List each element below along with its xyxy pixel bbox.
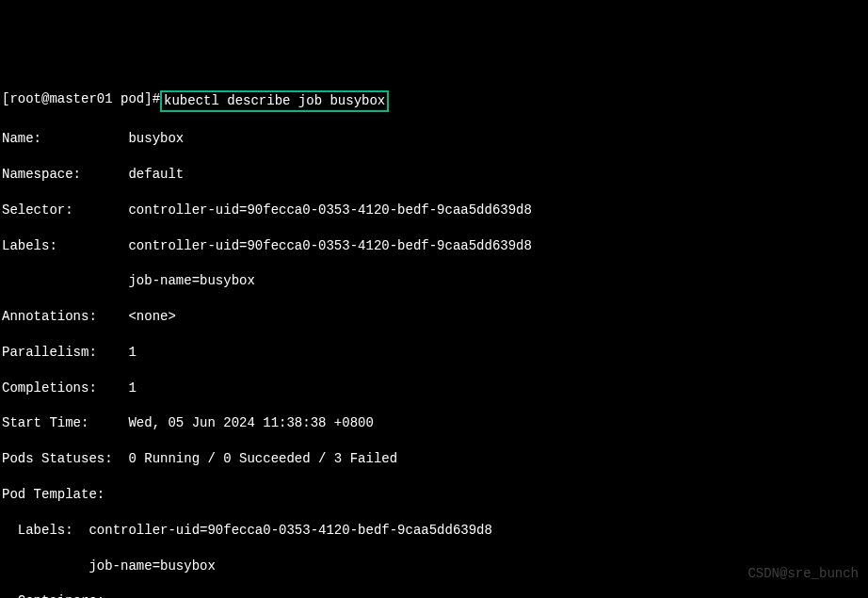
- field-selector: Selector: controller-uid=90fecca0-0353-4…: [2, 202, 866, 219]
- field-namespace: Namespace: default: [2, 166, 866, 184]
- shell-prompt: [root@master01 pod]#: [2, 90, 160, 108]
- field-starttime: Start Time: Wed, 05 Jun 2024 11:38:38 +0…: [2, 414, 866, 432]
- field-completions: Completions: 1: [2, 380, 866, 397]
- containers-label: Containers:: [2, 592, 866, 598]
- field-labels-2: job-name=busybox: [2, 272, 866, 290]
- pt-labels-2: job-name=busybox: [2, 558, 866, 575]
- field-podtemplate: Pod Template:: [2, 486, 866, 504]
- field-podsstatuses: Pods Statuses: 0 Running / 0 Succeeded /…: [2, 450, 866, 468]
- pt-labels: Labels: controller-uid=90fecca0-0353-412…: [2, 522, 866, 540]
- command-line[interactable]: [root@master01 pod]# kubectl describe jo…: [2, 90, 866, 112]
- field-name: Name: busybox: [2, 130, 866, 148]
- field-annotations: Annotations: <none>: [2, 308, 866, 326]
- command-text: kubectl describe job busybox: [160, 90, 389, 112]
- field-labels: Labels: controller-uid=90fecca0-0353-412…: [2, 237, 866, 255]
- field-parallelism: Parallelism: 1: [2, 344, 866, 362]
- terminal-output: [root@master01 pod]# kubectl describe jo…: [2, 73, 866, 598]
